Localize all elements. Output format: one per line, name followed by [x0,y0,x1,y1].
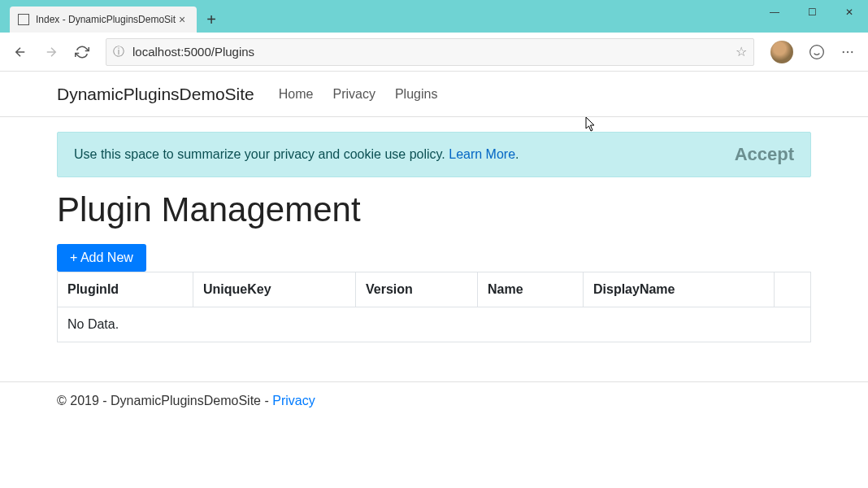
col-actions [775,272,811,307]
new-tab-button[interactable]: + [197,7,226,33]
address-bar[interactable]: ⓘ ☆ [106,38,754,66]
site-footer: © 2019 - DynamicPluginsDemoSite - Privac… [0,381,868,420]
col-version: Version [356,272,478,307]
url-input[interactable] [132,45,736,59]
nav-link-privacy[interactable]: Privacy [323,87,384,102]
empty-cell: No Data. [58,307,811,342]
window-titlebar: Index - DynamicPluginsDemoSit × + — ☐ ✕ [0,0,868,33]
close-window-button[interactable]: ✕ [831,0,868,24]
feedback-icon[interactable] [803,38,831,66]
nav-link-plugins[interactable]: Plugins [385,87,447,102]
col-displayname: DisplayName [584,272,775,307]
table-header-row: PluginId UniqueKey Version Name DisplayN… [58,272,811,307]
col-uniquekey: UniqueKey [193,272,356,307]
add-new-button[interactable]: + Add New [57,244,146,272]
site-navbar: DynamicPluginsDemoSite Home Privacy Plug… [0,72,868,117]
col-name: Name [478,272,584,307]
cookie-alert: Use this space to summarize your privacy… [57,132,811,177]
browser-tab[interactable]: Index - DynamicPluginsDemoSit × [10,7,197,33]
alert-text: Use this space to summarize your privacy… [74,147,449,161]
svg-point-3 [851,50,853,52]
favorite-icon[interactable]: ☆ [736,44,747,59]
close-tab-icon[interactable]: × [176,13,189,26]
back-button[interactable] [7,38,34,66]
more-icon[interactable] [834,38,861,66]
svg-point-2 [847,50,848,52]
browser-toolbar: ⓘ ☆ [0,33,868,72]
footer-text: © 2019 - DynamicPluginsDemoSite - [57,394,272,407]
page-title: Plugin Management [57,190,811,229]
nav-link-home[interactable]: Home [269,87,323,102]
refresh-button[interactable] [68,38,96,66]
profile-avatar[interactable] [770,41,793,63]
forward-button[interactable] [37,38,65,66]
svg-point-1 [843,50,844,52]
tab-title: Index - DynamicPluginsDemoSit [36,14,176,25]
alert-message: Use this space to summarize your privacy… [74,147,519,162]
window-controls: — ☐ ✕ [756,0,868,24]
brand-title[interactable]: DynamicPluginsDemoSite [57,85,254,104]
footer-privacy-link[interactable]: Privacy [272,394,315,407]
alert-period: . [515,147,519,161]
plugins-table: PluginId UniqueKey Version Name DisplayN… [57,272,811,342]
learn-more-link[interactable]: Learn More [449,147,515,161]
maximize-button[interactable]: ☐ [793,0,831,24]
table-row: No Data. [58,307,811,342]
main-content: Use this space to summarize your privacy… [0,117,868,357]
col-pluginid: PluginId [58,272,193,307]
svg-point-0 [810,45,824,59]
page-icon [18,14,29,25]
info-icon[interactable]: ⓘ [113,45,124,59]
accept-button[interactable]: Accept [735,144,794,165]
minimize-button[interactable]: — [756,0,793,24]
